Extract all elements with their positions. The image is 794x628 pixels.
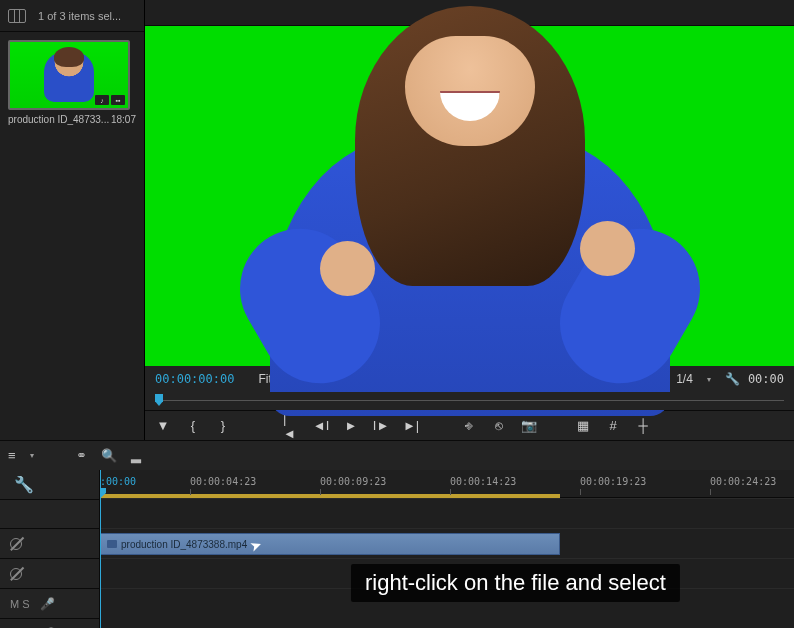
playhead-icon[interactable] — [155, 394, 163, 406]
duration-timecode: 00:00 — [748, 372, 784, 386]
audio-badge-icon: ♪ — [95, 95, 109, 105]
video-frame-content — [240, 26, 700, 406]
export-frame-button[interactable]: 📷 — [521, 418, 537, 434]
timeline-playhead[interactable] — [100, 470, 101, 628]
thumbnail-name: production ID_48733... — [8, 114, 109, 125]
wrench-tool-icon[interactable]: 🔧 — [0, 470, 99, 500]
track-controls[interactable]: M S — [10, 598, 30, 610]
goto-in-button[interactable]: |◄ — [283, 418, 299, 434]
chevron-down-icon: ▾ — [707, 375, 711, 384]
mark-out-button[interactable]: } — [215, 418, 231, 434]
film-icon[interactable] — [8, 9, 26, 23]
ruler-tick: 00:00:14:23 — [450, 476, 516, 487]
ruler-tick: 00:00:04:23 — [190, 476, 256, 487]
project-header: 1 of 3 items sel... — [0, 0, 144, 32]
button-editor[interactable]: ┼ — [635, 418, 651, 434]
new-bin-icon[interactable]: ▂ — [131, 448, 141, 463]
program-monitor: 00:00:00:00 Fit ▾ 1/4 ▾ 🔧 00:00 ▼ { } |◄… — [145, 0, 794, 440]
settings-wrench-icon[interactable]: 🔧 — [725, 372, 740, 386]
chevron-down-icon: ▾ — [30, 451, 34, 460]
fx-icon — [107, 540, 117, 548]
v1-track-header[interactable] — [0, 528, 99, 558]
track-v1[interactable]: production ID_4873388.mp4 ➤ — [100, 528, 794, 558]
grid-button[interactable]: # — [605, 418, 621, 434]
clip-thumbnail[interactable]: ♪ ▪▪ — [8, 40, 130, 110]
a1-track-header[interactable]: M S🎤 — [0, 588, 99, 618]
ruler-tick: 00:00:09:23 — [320, 476, 386, 487]
lift-button[interactable]: ⎆ — [461, 418, 477, 434]
add-marker-button[interactable]: ▼ — [155, 418, 171, 434]
extract-button[interactable]: ⎋ — [491, 418, 507, 434]
timeline-panel: 🔧 M S🎤 M S🎤 :00:00 00:00:04:23 00:00:09:… — [0, 470, 794, 628]
selection-count: 1 of 3 items sel... — [38, 10, 121, 22]
current-timecode[interactable]: 00:00:00:00 — [155, 372, 234, 386]
step-back-button[interactable]: ◄I — [313, 418, 329, 434]
search-icon[interactable]: 🔍 — [101, 448, 117, 463]
goto-out-button[interactable]: ►| — [403, 418, 419, 434]
tutorial-caption: right-click on the file and select — [351, 564, 680, 602]
clip-label: production ID_4873388.mp4 — [121, 539, 247, 550]
panel-menu-icon[interactable]: ≡ — [8, 448, 16, 463]
v2-track-header[interactable] — [0, 558, 99, 588]
mic-icon[interactable]: 🎤 — [40, 597, 55, 611]
timeline-body[interactable]: :00:00 00:00:04:23 00:00:09:23 00:00:14:… — [100, 470, 794, 628]
a2-track-header[interactable]: M S🎤 — [0, 618, 99, 628]
ruler-tick: 00:00:24:23 — [710, 476, 776, 487]
sequence-toolbar: ≡ ▾ ⚭ 🔍 ▂ — [0, 440, 794, 470]
track-v2[interactable] — [100, 498, 794, 528]
mark-in-button[interactable]: { — [185, 418, 201, 434]
eye-off-icon[interactable] — [10, 538, 22, 550]
ruler-tick: :00:00 — [100, 476, 136, 487]
video-badge-icon: ▪▪ — [111, 95, 125, 105]
project-panel: 1 of 3 items sel... ♪ ▪▪ production ID_4… — [0, 0, 145, 440]
safe-margins-button[interactable]: ▦ — [575, 418, 591, 434]
monitor-viewport[interactable] — [145, 26, 794, 366]
ruler-tick: 00:00:19:23 — [580, 476, 646, 487]
video-clip[interactable]: production ID_4873388.mp4 — [100, 533, 560, 555]
eye-off-icon[interactable] — [10, 568, 22, 580]
link-icon[interactable]: ⚭ — [76, 448, 87, 463]
time-ruler[interactable]: :00:00 00:00:04:23 00:00:09:23 00:00:14:… — [100, 470, 794, 498]
play-button[interactable]: ► — [343, 418, 359, 434]
timeline-scrubber[interactable] — [145, 392, 794, 410]
step-fwd-button[interactable]: I► — [373, 418, 389, 434]
thumbnail-duration: 18:07 — [111, 114, 136, 125]
